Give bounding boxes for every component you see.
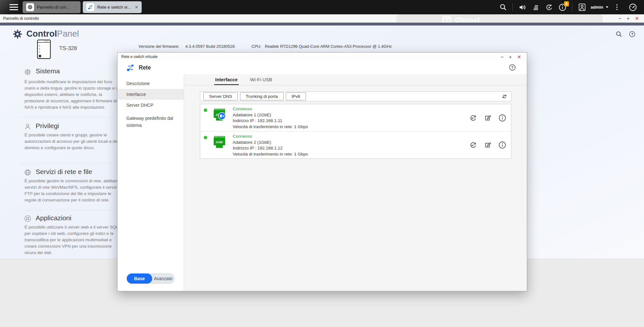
section-title-servizi[interactable]: Servizi di rete e file	[36, 167, 92, 177]
ethernet-adapter-icon: 1GbE	[212, 107, 227, 122]
tray-divider	[513, 3, 513, 11]
notification-icon[interactable]: 5	[556, 0, 569, 14]
background-tasks-icon[interactable]	[529, 0, 542, 14]
toggle-advanced-button[interactable]: Avanzato	[152, 274, 174, 283]
svg-text:?: ?	[631, 32, 633, 36]
app-header: ControlPanel	[13, 29, 79, 39]
toggle-base-button[interactable]: Base	[127, 273, 152, 284]
port-trunking-button[interactable]: Trunking di porta	[240, 92, 284, 100]
mode-toggle[interactable]: Base Avanzato	[127, 273, 174, 284]
section-desc: È possibile modificare le impostazioni d…	[25, 79, 121, 111]
network-dialog: Rete e switch virtuale − + ✕ Rete ? Desc…	[117, 52, 527, 291]
renew-ip-icon[interactable]: IP	[469, 114, 477, 122]
cpu-label: CPU:	[251, 44, 261, 49]
close-icon[interactable]: ✕	[135, 5, 138, 10]
close-button[interactable]: ✕	[635, 16, 639, 21]
connect-badge-icon	[218, 112, 226, 120]
apps-grid-icon	[24, 215, 32, 222]
edit-icon[interactable]	[484, 141, 492, 149]
adapter-actions: IP	[469, 132, 506, 158]
volume-icon[interactable]	[516, 0, 529, 14]
section-title-privilegi[interactable]: Privilegi	[36, 121, 59, 131]
qboost-logo-icon	[442, 16, 451, 23]
section-desc: È possibile gestire le connessioni di re…	[25, 178, 121, 204]
info-icon[interactable]	[498, 141, 506, 149]
minimize-button[interactable]: −	[501, 54, 504, 59]
gear-icon	[26, 3, 34, 11]
adapter-info: Connesso Adattatore 2 (1GbE) Indirizzo I…	[233, 134, 308, 158]
chevron-down-icon	[606, 6, 608, 8]
toolbar: Server DNS Trunking di porta IPv6	[200, 91, 511, 101]
svg-text:QNAP: QNAP	[44, 40, 49, 42]
tray-divider	[572, 3, 572, 11]
sidebar-item-server-dhcp[interactable]: Server DHCP	[117, 100, 184, 111]
gear-icon	[13, 29, 22, 39]
tab-wifi-usb[interactable]: Wi-Fi USB	[249, 77, 273, 85]
help-icon[interactable]: ?	[629, 31, 636, 38]
sidebar-item-gateway[interactable]: Gateway predefinito dal sistema	[117, 113, 184, 130]
adapter-ip: Indirizzo IP : 192.168.1.12	[233, 145, 308, 151]
taskbar-tab-control-panel[interactable]: Pannello di con... ✕	[23, 1, 81, 13]
info-icon[interactable]	[498, 114, 506, 122]
sync-icon[interactable]	[542, 0, 556, 14]
close-button[interactable]: ✕	[517, 54, 521, 59]
section-title-sistema[interactable]: Sistema	[36, 66, 60, 76]
section-divider	[19, 117, 117, 117]
user-avatar-icon[interactable]	[575, 0, 589, 14]
nas-model-label: TS-328	[59, 45, 77, 52]
help-icon[interactable]: ?	[509, 64, 516, 71]
svg-text:?: ?	[511, 65, 513, 70]
search-icon[interactable]	[496, 0, 510, 14]
network-switch-icon	[86, 3, 94, 11]
section-title-applicazioni[interactable]: Applicazioni	[36, 213, 71, 223]
adapter-speed: Velocità di trasferimento in rete: 1 Gbp…	[233, 124, 308, 130]
qboost-window-peek[interactable]: Qboost	[396, 14, 603, 23]
dialog-window-title: Rete e switch virtuale	[121, 54, 158, 59]
user-icon	[24, 123, 32, 130]
section-divider	[19, 210, 117, 210]
resource-monitor-icon[interactable]	[626, 0, 640, 14]
search-icon[interactable]	[615, 31, 622, 38]
ethernet-adapter-icon: 1GbE	[212, 135, 227, 149]
content-tabs: Interfacce Wi-Fi USB	[184, 74, 527, 85]
maximize-button[interactable]: +	[627, 16, 630, 21]
adapter-status: Connesso	[233, 106, 308, 112]
main-menu-button[interactable]	[10, 4, 18, 10]
control-panel-top-bar	[0, 23, 644, 25]
adapter-list: 1GbE Connesso Adattatore 1 (1GbE) Indiri…	[200, 104, 511, 159]
dialog-titlebar: Rete e switch virtuale − + ✕	[117, 53, 527, 61]
refresh-icon[interactable]	[501, 93, 508, 100]
sidebar-item-descrizione[interactable]: Descrizione	[117, 78, 184, 89]
tab-interfacce[interactable]: Interfacce	[214, 77, 239, 85]
taskbar-tray: 5 admin	[496, 0, 644, 14]
adapter-actions: IP	[469, 104, 506, 131]
renew-ip-icon[interactable]: IP	[469, 141, 477, 149]
taskbar-tab-network-switch[interactable]: Rete e switch vi... ✕	[83, 1, 142, 13]
server-dns-button[interactable]: Server DNS	[203, 92, 238, 100]
adapter-name: Adattatore 2 (1GbE)	[233, 140, 308, 146]
network-switch-icon	[126, 63, 135, 72]
close-icon[interactable]: ✕	[74, 5, 77, 10]
taskbar-tabs: Pannello di con... ✕ Rete e switch vi...…	[23, 1, 142, 13]
maximize-button[interactable]: +	[509, 54, 512, 59]
ipv6-button[interactable]: IPv6	[286, 92, 306, 100]
adapter-row: 1GbE Connesso Adattatore 1 (1GbE) Indiri…	[200, 104, 511, 131]
window-controls: − + ✕	[619, 16, 641, 21]
more-options-icon[interactable]	[610, 0, 624, 14]
edit-icon[interactable]	[484, 114, 492, 122]
user-menu[interactable]: admin	[591, 5, 608, 10]
nas-tower-image: QNAP	[35, 38, 53, 60]
adapter-row: 1GbE Connesso Adattatore 2 (1GbE) Indiri…	[200, 131, 511, 158]
firmware-value: 4.3.4.0597 Build 20180528	[185, 44, 235, 49]
minimize-button[interactable]: −	[619, 16, 621, 21]
svg-text:IP: IP	[471, 117, 474, 120]
adapter-status: Connesso	[233, 134, 308, 140]
screen: Pannello di con... ✕ Rete e switch vi...…	[0, 0, 644, 327]
dialog-content: Interfacce Wi-Fi USB Server DNS Trunking…	[184, 74, 527, 291]
firmware-label: Versione del firmware:	[138, 44, 180, 49]
qboost-title: Qboost	[455, 16, 480, 23]
globe-icon	[24, 169, 32, 176]
notification-count-badge: 5	[564, 1, 569, 6]
sidebar-item-interfacce[interactable]: Interfacce	[117, 89, 184, 100]
tab-label: Rete e switch vi...	[97, 5, 131, 10]
